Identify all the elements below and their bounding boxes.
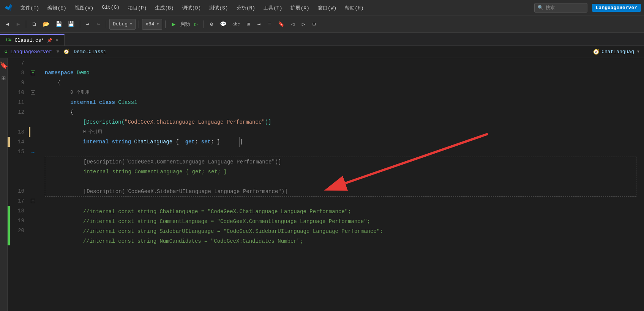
abc-button[interactable]: abc	[230, 19, 242, 30]
tab-filename: Class1.cs*	[14, 38, 44, 43]
attr-description-1: [Description("CodeGeeX.ChatLanguage Lang…	[83, 117, 271, 127]
dashed-region-15: [Description("CodeGeeX.CommentLanguage L…	[45, 157, 636, 197]
menu-analyze[interactable]: 分析(N)	[233, 3, 259, 13]
view-button[interactable]: ⊞	[244, 19, 253, 30]
back-button[interactable]: ◀	[3, 19, 12, 30]
split-button[interactable]: ⊟	[309, 19, 319, 30]
tabbar: C# Class1.cs* 📌 ×	[0, 33, 644, 46]
code-line-17: //internal const string ChatLanguage = "…	[45, 207, 636, 217]
menu-window[interactable]: 窗口(W)	[314, 3, 340, 13]
separator-4	[139, 20, 139, 28]
active-tab[interactable]: C# Class1.cs* 📌 ×	[0, 34, 65, 46]
navbar-nav-arrow: 🧭	[64, 49, 69, 54]
menu-edit[interactable]: 编辑(E)	[44, 3, 70, 13]
separator-5	[165, 20, 166, 28]
navbar-sep-1: ▼	[56, 49, 59, 55]
undo-button[interactable]: ↩	[83, 19, 92, 30]
tab-pin-icon[interactable]: 📌	[47, 38, 52, 43]
separator-1	[26, 20, 26, 28]
menu-extensions[interactable]: 扩展(X)	[287, 3, 313, 13]
platform-dropdown[interactable]: x64 ▼	[142, 19, 162, 30]
comment-1: //internal const string ChatLanguage = "…	[83, 207, 351, 217]
run-label: 启动	[180, 21, 190, 28]
code-line-18: //internal const string CommentLanguage …	[45, 217, 636, 226]
run-button[interactable]: ▶	[169, 19, 178, 30]
debug-config-dropdown[interactable]: Debug ▼	[109, 19, 136, 30]
tab-cs-icon: C#	[6, 38, 11, 43]
save-all-button[interactable]: 💾	[66, 19, 77, 30]
run-without-debug[interactable]: ▷	[191, 19, 200, 30]
code-line-15c	[45, 177, 636, 187]
indent-more-button[interactable]: ≡	[265, 19, 274, 30]
collapse-namespace[interactable]: −	[31, 71, 35, 75]
bookmark-button[interactable]: 🔖	[276, 19, 287, 30]
menu-help[interactable]: 帮助(H)	[341, 3, 367, 13]
code-line-8: namespace Demo	[45, 68, 636, 78]
save-button[interactable]: 💾	[53, 19, 64, 30]
code-line-15a: [Description("CodeGeeX.CommentLanguage L…	[45, 157, 636, 167]
code-line-9: {	[45, 78, 636, 88]
separator-3	[106, 20, 106, 28]
nav-prev-button[interactable]: ◁	[288, 19, 297, 30]
menu-git[interactable]: Git(G)	[98, 3, 123, 13]
menu-debug[interactable]: 调试(D)	[178, 3, 205, 13]
code-line-12: [Description("CodeGeeX.ChatLanguage Lang…	[45, 117, 636, 127]
tab-close-button[interactable]: ×	[55, 38, 58, 42]
kw-set-1: set	[201, 137, 211, 147]
separator-6	[204, 20, 204, 28]
ref-count-1: 0 个引用	[83, 127, 102, 137]
code-line-7	[45, 58, 636, 68]
feedback-button[interactable]: 💬	[218, 19, 229, 30]
class-name: Class1	[118, 97, 137, 107]
new-file-button[interactable]: 🗋	[29, 19, 39, 30]
code-line-15b: internal string CommentLanguage { get; s…	[45, 167, 636, 177]
navbar-namespace: Demo.Class1	[74, 49, 106, 55]
activity-layers[interactable]: ⊞	[2, 74, 6, 82]
search-placeholder: 搜索	[546, 5, 555, 11]
kw-string-1: string	[112, 137, 131, 147]
ref-count-0: 0 个引用	[70, 88, 89, 97]
redo-button[interactable]: ↪	[94, 19, 103, 30]
code-line-16	[45, 197, 636, 207]
debug-config-label: Debug	[113, 21, 128, 27]
menubar: 文件(F) 编辑(E) 视图(V) Git(G) 项目(P) 生成(B) 调试(…	[0, 0, 644, 16]
editor: 7 8 9 10 11 12 13 14 15 16 17 18 19 20	[8, 58, 644, 311]
nav-next-button[interactable]: ▷	[299, 19, 308, 30]
attr-description-3: [Description("CodeGeeX.SidebarUILanguage…	[84, 187, 288, 196]
comment-3: //internal const string SidebarUILanguag…	[83, 226, 383, 236]
search-icon: 🔍	[538, 5, 543, 11]
code-line-20: //internal const string NumCandidates = …	[45, 236, 636, 246]
activity-bookmark[interactable]: 🔖	[0, 61, 8, 69]
kw-internal-2: internal	[83, 137, 109, 147]
collapse-class[interactable]: −	[31, 90, 35, 95]
search-box[interactable]: 🔍 搜索	[534, 3, 587, 13]
menu-tools[interactable]: 工具(T)	[260, 3, 286, 13]
navbar-right-arrow: ▼	[637, 50, 639, 54]
navbar-project: LanguageServer	[10, 49, 52, 55]
platform-arrow: ▼	[156, 22, 159, 26]
main-layout: 🔖 ⊞	[0, 58, 644, 311]
vs-logo	[3, 3, 14, 13]
brace-open-2: {	[70, 107, 73, 117]
code-line-13: internal string ChatLanguage { get ; set…	[45, 137, 636, 147]
pencil-edit-icon[interactable]: ✏	[32, 149, 35, 155]
comment-2: //internal const string CommentLanguage …	[83, 217, 370, 226]
navbar-right: 🧭 ChatLanguag	[593, 49, 634, 55]
menu-file[interactable]: 文件(F)	[17, 3, 43, 13]
git-button[interactable]: ⚙	[207, 19, 216, 30]
kw-internal-1: internal	[70, 97, 96, 107]
attr-description-2: [Description("CodeGeeX.CommentLanguage L…	[84, 157, 281, 167]
menu-build[interactable]: 生成(B)	[151, 3, 177, 13]
toolbar: ◀ ▶ 🗋 📂 💾 💾 ↩ ↪ Debug ▼ x64 ▼ ▶ 启动 ▷ ⚙ 💬…	[0, 16, 644, 33]
menu-project[interactable]: 项目(P)	[124, 3, 150, 13]
lang-server-badge: LanguageServer	[592, 4, 641, 12]
menu-test[interactable]: 测试(S)	[205, 3, 232, 13]
menu-view[interactable]: 视图(V)	[71, 3, 97, 13]
code-line-19: //internal const string SidebarUILanguag…	[45, 226, 636, 236]
editor-content: 7 8 9 10 11 12 13 14 15 16 17 18 19 20	[8, 58, 644, 311]
open-folder-button[interactable]: 📂	[41, 19, 52, 30]
forward-button[interactable]: ▶	[14, 19, 23, 30]
kw-internal-dim: internal	[84, 167, 109, 177]
indent-button[interactable]: ⇥	[254, 19, 264, 30]
collapse-comments[interactable]: −	[31, 199, 35, 203]
